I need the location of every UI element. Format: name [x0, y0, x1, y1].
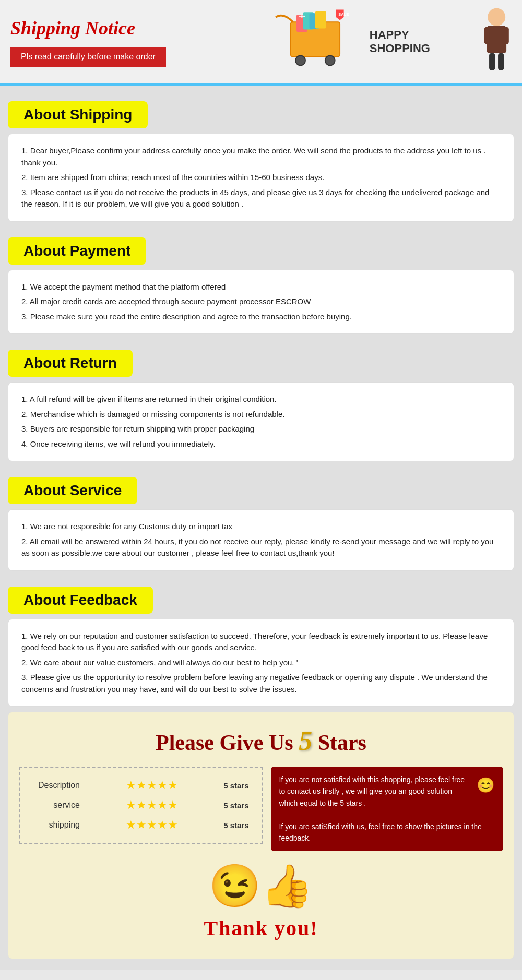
stars-content: Description ★★★★★ 5 stars service ★★★★★ …: [19, 767, 503, 851]
payment-title: About Payment: [23, 243, 130, 259]
thank-you-area: 😉👍 Thank you!: [19, 851, 503, 946]
svg-rect-12: [487, 26, 507, 53]
stars-row-description: Description ★★★★★ 5 stars: [33, 775, 249, 795]
service-header: About Service: [8, 477, 137, 504]
feedback-content: We rely on our reputation and customer s…: [8, 619, 514, 707]
feedback-message-box: 😊 If you are not satisfied with this sho…: [271, 767, 504, 851]
service-section: About Service We are not responsible for…: [8, 467, 514, 571]
shipping-stars: ★★★★★: [126, 818, 178, 832]
service-label: service: [33, 800, 80, 810]
page-header: Shipping Notice Pls read carefully befor…: [0, 0, 522, 86]
feedback-section: About Feedback We rely on our reputation…: [8, 576, 514, 707]
shipping-section: About Shipping Dear buyer,Please confirm…: [8, 91, 514, 222]
payment-content: We accept the payment method that the pl…: [8, 270, 514, 334]
list-item: We rely on our reputation and customer s…: [21, 629, 501, 655]
header-left: Shipping Notice Pls read carefully befor…: [10, 17, 261, 67]
list-item: Buyers are responsible for return shippi…: [21, 422, 501, 437]
list-item: A full refund will be given if items are…: [21, 392, 501, 407]
return-section: About Return A full refund will be given…: [8, 339, 514, 461]
shipping-content: Dear buyer,Please confirm your address c…: [8, 134, 514, 222]
person-illustration: [472, 5, 512, 78]
return-title: About Return: [23, 355, 117, 372]
list-item: All email will be answered within 24 hou…: [21, 534, 501, 561]
shipping-label: shipping: [33, 820, 80, 830]
stars-headline: Please Give Us 5 Stars: [19, 725, 503, 756]
svg-point-1: [295, 55, 305, 65]
shipping-title: About Shipping: [23, 106, 132, 123]
list-item: Merchandise which is damaged or missing …: [21, 407, 501, 422]
feedback-header: About Feedback: [8, 587, 153, 614]
svg-rect-13: [484, 27, 489, 44]
shopping-cart-illustration: SALE: [261, 5, 370, 78]
service-list: We are not responsible for any Customs d…: [21, 519, 501, 561]
service-title: About Service: [23, 482, 122, 499]
svg-text:SALE: SALE: [338, 12, 349, 17]
svg-rect-15: [490, 53, 495, 70]
feedback-text2: If you are satiSfied with us, feel free …: [279, 821, 495, 844]
list-item: Item are shipped from china; reach most …: [21, 170, 501, 185]
header-right: SALE HAPPY SHOPPING: [261, 5, 512, 78]
main-content: About Shipping Dear buyer,Please confirm…: [0, 86, 522, 970]
svg-rect-6: [315, 11, 326, 28]
description-count: 5 stars: [223, 781, 248, 790]
payment-section: About Payment We accept the payment meth…: [8, 227, 514, 334]
shipping-header: About Shipping: [8, 101, 148, 128]
read-carefully-banner: Pls read carefully before make order: [10, 47, 166, 67]
smiley-icon: 😊: [477, 774, 495, 797]
list-item: Please contact us if you do not receive …: [21, 185, 501, 212]
description-label: Description: [33, 781, 80, 790]
payment-list: We accept the payment method that the pl…: [21, 280, 501, 325]
list-item: We accept the payment method that the pl…: [21, 280, 501, 295]
service-stars: ★★★★★: [126, 798, 178, 812]
list-item: All major credit cards are accepted thro…: [21, 294, 501, 309]
list-item: We are not responsible for any Customs d…: [21, 519, 501, 534]
winking-thumbs-icon: 😉👍: [19, 862, 503, 911]
stars-section: Please Give Us 5 Stars Description ★★★★★…: [8, 712, 514, 959]
list-item: Please give us the opportunity to resolv…: [21, 670, 501, 697]
stars-row-shipping: shipping ★★★★★ 5 stars: [33, 815, 249, 835]
svg-rect-14: [504, 27, 509, 44]
page-title: Shipping Notice: [10, 17, 261, 39]
svg-rect-16: [499, 53, 504, 70]
stars-row-service: service ★★★★★ 5 stars: [33, 795, 249, 815]
shipping-count: 5 stars: [223, 821, 248, 830]
feedback-title: About Feedback: [23, 592, 137, 608]
description-stars: ★★★★★: [126, 779, 178, 792]
svg-point-2: [325, 55, 335, 65]
list-item: Please make sure you read the entire des…: [21, 309, 501, 325]
list-item: We care about our value customers, and w…: [21, 655, 501, 671]
svg-point-11: [488, 8, 506, 26]
happy-shopping-label: HAPPY SHOPPING: [370, 28, 467, 55]
payment-header: About Payment: [8, 237, 146, 265]
list-item: Dear buyer,Please confirm your address c…: [21, 144, 501, 170]
stars-table: Description ★★★★★ 5 stars service ★★★★★ …: [19, 767, 263, 844]
service-content: We are not responsible for any Customs d…: [8, 509, 514, 571]
shipping-list: Dear buyer,Please confirm your address c…: [21, 144, 501, 212]
feedback-list: We rely on our reputation and customer s…: [21, 629, 501, 697]
return-list: A full refund will be given if items are…: [21, 392, 501, 451]
feedback-text1: If you are not satisfied with this shopp…: [279, 774, 495, 809]
return-content: A full refund will be given if items are…: [8, 382, 514, 461]
return-header: About Return: [8, 350, 133, 377]
thank-you-text: Thank you!: [19, 916, 503, 940]
service-count: 5 stars: [223, 801, 248, 810]
list-item: Once receiving items, we will refund you…: [21, 437, 501, 452]
